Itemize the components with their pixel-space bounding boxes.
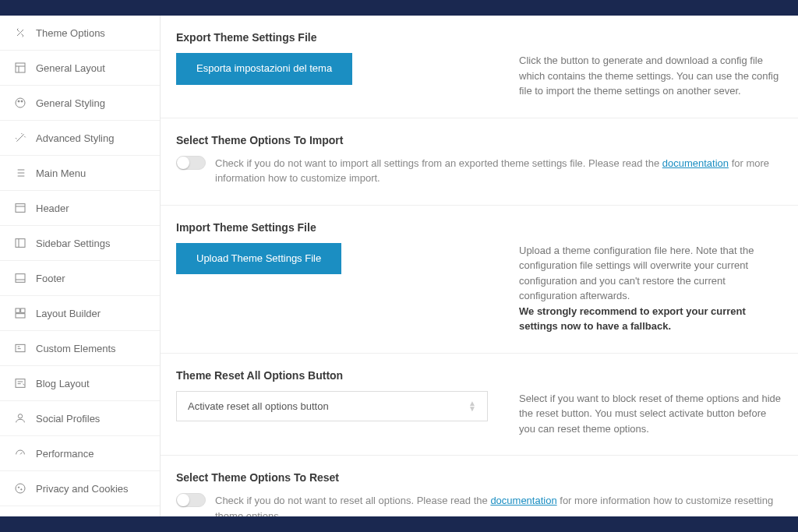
documentation-link[interactable]: documentation	[662, 157, 729, 169]
section-select-theme-options-import: Select Theme Options To Import Check if …	[161, 118, 798, 206]
svg-point-14	[18, 487, 19, 488]
sidebar-item-theme-options[interactable]: Theme Options	[0, 16, 160, 51]
svg-rect-7	[16, 308, 19, 312]
sidebar-icon	[14, 237, 26, 249]
svg-rect-10	[16, 344, 25, 351]
section-description: Click the button to generate and downloa…	[519, 53, 782, 99]
section-export-theme-settings: Export Theme Settings File Esporta impos…	[161, 16, 798, 118]
svg-rect-11	[16, 379, 25, 388]
sidebar-item-general-layout[interactable]: General Layout	[0, 51, 160, 86]
sidebar-item-label: Custom Elements	[36, 343, 116, 354]
section-title: Select Theme Options To Import	[176, 134, 782, 146]
section-title: Import Theme Settings File	[176, 221, 782, 234]
sidebar: Theme Options General Layout General Sty…	[0, 16, 161, 516]
top-bar	[0, 0, 798, 16]
svg-rect-5	[16, 239, 25, 248]
toggle-description: Check if you do not want to import all s…	[215, 156, 782, 186]
svg-rect-6	[16, 274, 25, 283]
sidebar-item-advanced-styling[interactable]: Advanced Styling	[0, 121, 160, 156]
svg-point-12	[18, 414, 22, 418]
layout-icon	[14, 62, 26, 74]
palette-icon	[14, 97, 26, 109]
svg-point-3	[21, 100, 23, 102]
section-title: Theme Reset All Options Button	[176, 369, 782, 382]
cookie-icon	[14, 482, 26, 495]
sidebar-item-label: Blog Layout	[36, 378, 90, 389]
sidebar-item-seo-support[interactable]: SEO Support	[0, 506, 160, 516]
sidebar-item-general-styling[interactable]: General Styling	[0, 86, 160, 121]
sidebar-item-footer[interactable]: Footer	[0, 261, 160, 296]
sidebar-item-sidebar-settings[interactable]: Sidebar Settings	[0, 226, 160, 261]
sidebar-item-label: Header	[36, 203, 69, 214]
svg-rect-8	[21, 308, 25, 312]
svg-rect-4	[16, 204, 25, 213]
tools-icon	[14, 26, 26, 39]
select-updown-icon: ▲▼	[468, 400, 476, 411]
list-icon	[14, 167, 26, 179]
svg-point-2	[18, 100, 19, 102]
sidebar-item-header[interactable]: Header	[0, 191, 160, 226]
sidebar-item-layout-builder[interactable]: Layout Builder	[0, 296, 160, 331]
sidebar-item-label: Performance	[36, 448, 94, 460]
section-description: Upload a theme configuration file here. …	[519, 243, 782, 334]
section-select-theme-options-reset: Select Theme Options To Reset Check if y…	[161, 456, 798, 516]
svg-point-13	[16, 484, 25, 493]
sidebar-item-privacy-cookies[interactable]: Privacy and Cookies	[0, 471, 160, 506]
svg-point-1	[16, 98, 25, 107]
builder-icon	[14, 307, 26, 319]
sidebar-item-label: Footer	[36, 273, 65, 284]
export-theme-settings-button[interactable]: Esporta impostazioni del tema	[176, 53, 352, 85]
sidebar-item-label: Layout Builder	[36, 308, 101, 319]
upload-theme-settings-button[interactable]: Upload Theme Settings File	[176, 243, 341, 275]
sidebar-item-label: Privacy and Cookies	[36, 483, 129, 495]
section-title: Export Theme Settings File	[176, 31, 782, 44]
sidebar-item-label: Theme Options	[36, 27, 105, 39]
header-icon	[14, 202, 26, 214]
sidebar-item-label: General Layout	[36, 62, 105, 74]
section-title: Select Theme Options To Reset	[176, 471, 782, 484]
sidebar-item-label: Advanced Styling	[36, 132, 114, 144]
reset-options-select[interactable]: Activate reset all options button ▲▼	[176, 391, 488, 421]
section-description: Select if you want to block reset of the…	[519, 391, 782, 437]
footer-icon	[14, 272, 26, 284]
sidebar-item-performance[interactable]: Performance	[0, 436, 160, 471]
import-options-toggle[interactable]	[176, 156, 206, 170]
section-import-theme-settings: Import Theme Settings File Upload Theme …	[161, 206, 798, 354]
sidebar-item-label: General Styling	[36, 97, 105, 109]
sidebar-item-custom-elements[interactable]: Custom Elements	[0, 331, 160, 366]
select-value: Activate reset all options button	[188, 400, 329, 412]
svg-point-15	[21, 489, 22, 490]
main-panel: Export Theme Settings File Esporta impos…	[161, 16, 798, 516]
reset-options-toggle[interactable]	[176, 493, 206, 507]
sidebar-item-label: Main Menu	[36, 167, 86, 179]
sidebar-item-label: Social Profiles	[36, 413, 100, 425]
gauge-icon	[14, 447, 26, 460]
documentation-link[interactable]: documentation	[490, 495, 556, 506]
svg-rect-9	[16, 314, 25, 318]
sidebar-item-social-profiles[interactable]: Social Profiles	[0, 401, 160, 436]
sidebar-item-blog-layout[interactable]: Blog Layout	[0, 366, 160, 401]
wand-icon	[14, 132, 26, 144]
user-icon	[14, 412, 26, 425]
elements-icon	[14, 342, 26, 354]
svg-rect-0	[16, 63, 25, 72]
sidebar-item-main-menu[interactable]: Main Menu	[0, 156, 160, 191]
content-wrapper: Theme Options General Layout General Sty…	[0, 16, 798, 516]
sidebar-item-label: Sidebar Settings	[36, 238, 110, 249]
section-theme-reset-all: Theme Reset All Options Button Activate …	[161, 354, 798, 456]
toggle-description: Check if you do not want to reset all op…	[215, 493, 782, 516]
blog-icon	[14, 377, 26, 389]
